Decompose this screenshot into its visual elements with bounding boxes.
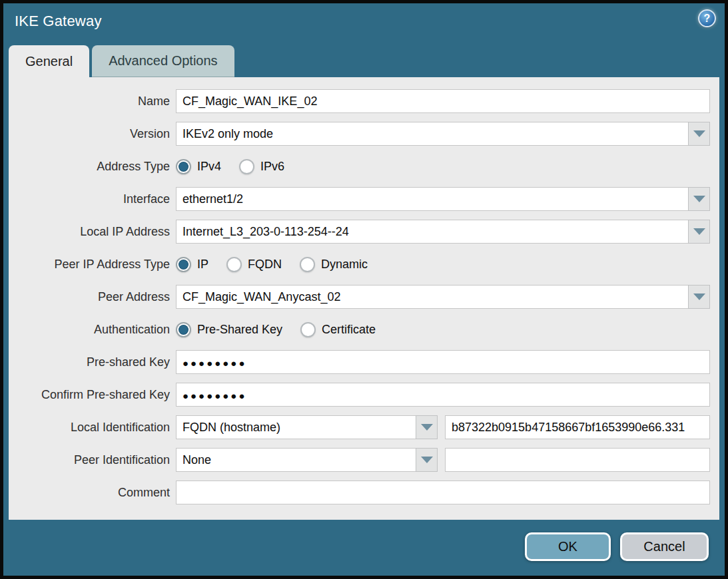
- version-label: Version: [9, 127, 176, 141]
- chevron-down-icon: [693, 228, 705, 235]
- name-input[interactable]: [176, 89, 710, 113]
- tab-advanced-options-label: Advanced Options: [109, 53, 217, 69]
- chevron-down-icon: [693, 293, 705, 300]
- local-id-value-input[interactable]: [445, 415, 710, 439]
- radio-peer-ip[interactable]: [176, 257, 191, 272]
- dialog-footer: OK Cancel: [3, 532, 709, 561]
- interface-select[interactable]: [176, 187, 688, 211]
- authentication-label: Authentication: [9, 323, 176, 337]
- name-label: Name: [9, 95, 176, 108]
- form-row-version: Version: [9, 122, 719, 146]
- comment-label: Comment: [9, 486, 176, 500]
- peer-id-dropdown-button[interactable]: [416, 448, 438, 472]
- ike-gateway-dialog: IKE Gateway ? General Advanced Options N…: [0, 0, 728, 579]
- form-row-peer-type: Peer IP Address Type IP FQDN Dynamic: [9, 252, 719, 276]
- form-row-address-type: Address Type IPv4 IPv6: [9, 154, 719, 178]
- peer-address-dropdown-button[interactable]: [688, 285, 710, 309]
- peer-address-select[interactable]: [176, 285, 688, 309]
- local-id-dropdown-button[interactable]: [416, 415, 438, 439]
- local-id-label: Local Identification: [9, 421, 176, 435]
- chevron-down-icon: [693, 196, 705, 202]
- address-type-label: Address Type: [9, 160, 176, 174]
- form-row-interface: Interface: [9, 187, 719, 211]
- radio-ipv4-label[interactable]: IPv4: [197, 160, 221, 174]
- peer-id-label: Peer Identification: [9, 453, 176, 467]
- radio-peer-ip-label[interactable]: IP: [197, 258, 208, 272]
- chevron-down-icon: [693, 130, 705, 137]
- radio-ipv6-label[interactable]: IPv6: [260, 160, 284, 174]
- radio-ipv6[interactable]: [239, 159, 254, 174]
- local-ip-dropdown-button[interactable]: [688, 220, 710, 244]
- ok-button[interactable]: OK: [525, 532, 611, 561]
- peer-type-label: Peer IP Address Type: [9, 258, 176, 272]
- peer-address-label: Peer Address: [9, 290, 176, 304]
- chevron-down-icon: [421, 457, 433, 463]
- interface-dropdown-button[interactable]: [688, 187, 710, 211]
- peer-id-type-select[interactable]: [176, 448, 416, 472]
- radio-certificate[interactable]: [300, 322, 316, 337]
- tab-general-label: General: [25, 54, 73, 69]
- peer-id-value-input[interactable]: [445, 448, 710, 472]
- dialog-title: IKE Gateway: [15, 13, 102, 30]
- radio-ipv4[interactable]: [176, 159, 191, 174]
- form-row-local-id: Local Identification: [9, 415, 719, 439]
- local-ip-label: Local IP Address: [9, 225, 176, 239]
- radio-peer-fqdn-label[interactable]: FQDN: [248, 258, 282, 272]
- radio-certificate-label[interactable]: Certificate: [322, 323, 376, 337]
- chevron-down-icon: [421, 424, 433, 431]
- comment-input[interactable]: [176, 481, 710, 504]
- local-ip-select[interactable]: [176, 220, 688, 244]
- interface-label: Interface: [9, 192, 176, 206]
- cancel-button[interactable]: Cancel: [620, 532, 709, 561]
- help-icon[interactable]: ?: [698, 9, 716, 27]
- form-row-peer-id: Peer Identification: [9, 448, 719, 472]
- radio-peer-fqdn[interactable]: [226, 257, 242, 272]
- form-row-psk: Pre-shared Key: [9, 350, 719, 374]
- tab-general[interactable]: General: [9, 45, 89, 77]
- local-id-type-select[interactable]: [176, 415, 416, 439]
- radio-pre-shared-key[interactable]: [176, 322, 191, 337]
- tab-advanced-options[interactable]: Advanced Options: [92, 45, 234, 77]
- psk-input[interactable]: [176, 350, 710, 374]
- form-row-local-ip: Local IP Address: [9, 220, 719, 244]
- form-row-authentication: Authentication Pre-Shared Key Certificat…: [9, 317, 719, 341]
- form-row-psk-confirm: Confirm Pre-shared Key: [9, 383, 719, 407]
- radio-peer-dynamic[interactable]: [300, 257, 315, 272]
- radio-pre-shared-key-label[interactable]: Pre-Shared Key: [197, 323, 282, 337]
- psk-label: Pre-shared Key: [9, 355, 176, 369]
- version-select[interactable]: [176, 122, 688, 146]
- general-tab-panel: Name Version Address Type IPv4: [9, 77, 719, 520]
- form-row-peer-address: Peer Address: [9, 285, 719, 309]
- form-row-comment: Comment: [9, 481, 719, 504]
- radio-peer-dynamic-label[interactable]: Dynamic: [321, 258, 368, 272]
- psk-confirm-label: Confirm Pre-shared Key: [9, 388, 176, 402]
- psk-confirm-input[interactable]: [176, 383, 710, 407]
- version-dropdown-button[interactable]: [688, 122, 710, 146]
- form-row-name: Name: [9, 89, 719, 113]
- dialog-titlebar: IKE Gateway ?: [3, 3, 725, 45]
- tab-bar: General Advanced Options: [9, 45, 725, 77]
